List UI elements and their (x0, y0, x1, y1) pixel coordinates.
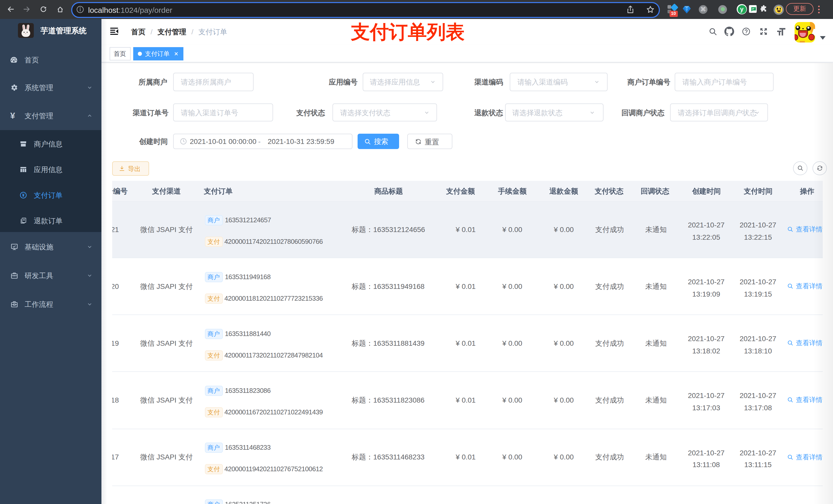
svg-text:¥: ¥ (22, 193, 24, 197)
